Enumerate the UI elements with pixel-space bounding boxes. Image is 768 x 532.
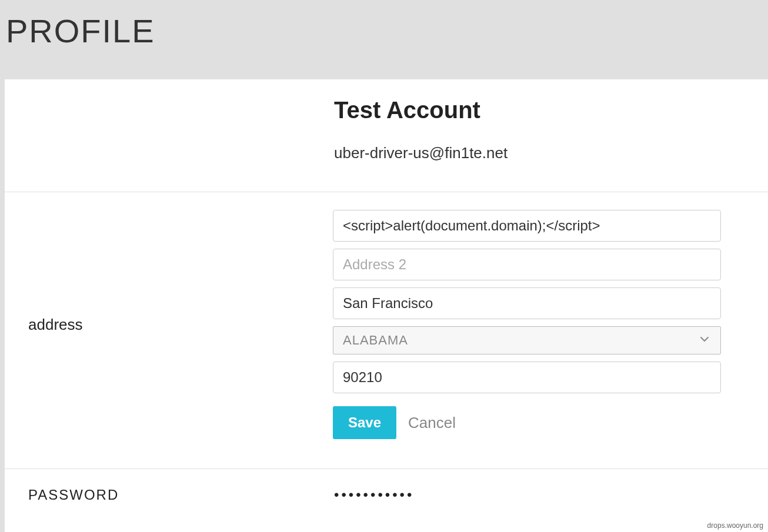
watermark: drops.wooyun.org	[707, 521, 763, 530]
password-label: PASSWORD	[28, 487, 334, 503]
password-masked-value: •••••••••••	[334, 487, 721, 503]
account-right: Test Account uber-driver-us@fin1te.net	[334, 97, 768, 162]
address-left: address	[5, 210, 333, 439]
account-name: Test Account	[334, 97, 721, 123]
account-left	[5, 97, 334, 162]
address-right: Save Cancel	[333, 210, 768, 439]
address-state-select[interactable]	[333, 326, 721, 354]
address-button-row: Save Cancel	[333, 406, 721, 439]
page-header: PROFILE	[0, 0, 768, 79]
address-city-input[interactable]	[333, 287, 721, 319]
password-section: PASSWORD •••••••••••	[5, 469, 768, 521]
account-section: Test Account uber-driver-us@fin1te.net	[5, 79, 768, 192]
address-line2-input[interactable]	[333, 249, 721, 280]
password-right: •••••••••••	[334, 487, 768, 503]
account-email: uber-driver-us@fin1te.net	[334, 144, 721, 162]
page-title: PROFILE	[6, 12, 762, 50]
address-zip-input[interactable]	[333, 362, 721, 393]
content-area: Test Account uber-driver-us@fin1te.net a…	[5, 79, 768, 532]
address-section: address Save Cancel	[5, 192, 768, 469]
save-button[interactable]: Save	[333, 406, 396, 439]
password-left: PASSWORD	[5, 487, 334, 503]
cancel-button[interactable]: Cancel	[408, 414, 456, 432]
address-line1-input[interactable]	[333, 210, 721, 242]
address-label: address	[28, 316, 333, 334]
address-input-stack: Save Cancel	[333, 210, 721, 439]
state-select-wrapper	[333, 326, 721, 354]
